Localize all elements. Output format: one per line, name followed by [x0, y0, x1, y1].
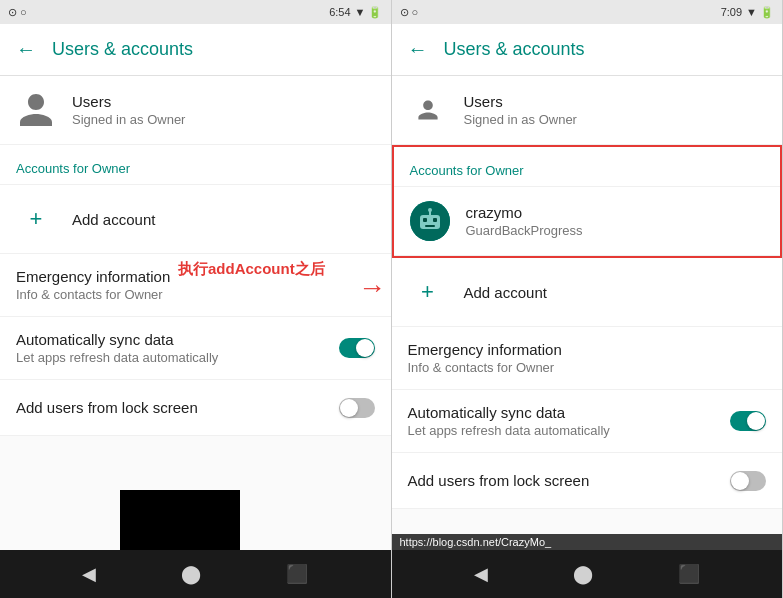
svg-rect-4 [425, 225, 435, 227]
right-account-name: crazymo [466, 204, 583, 221]
left-back-nav[interactable]: ◀ [82, 563, 96, 585]
right-lock-title: Add users from lock screen [408, 472, 590, 489]
left-users-item[interactable]: Users Signed in as Owner [0, 76, 391, 145]
left-sync-toggle[interactable] [339, 338, 375, 358]
left-accounts-header: Accounts for Owner [0, 145, 391, 185]
right-status-left-icons: ⊙ ○ [400, 6, 419, 19]
right-account-app: GuardBackProgress [466, 223, 583, 238]
right-users-subtitle: Signed in as Owner [464, 112, 577, 127]
right-sync-text: Automatically sync data Let apps refresh… [408, 404, 610, 438]
right-toolbar: ← Users & accounts [392, 24, 783, 76]
left-users-title: Users [72, 93, 185, 110]
right-auto-sync-item[interactable]: Automatically sync data Let apps refresh… [392, 390, 783, 453]
left-lock-toggle[interactable] [339, 398, 375, 418]
right-status-right-icons: ▼ 🔋 [746, 6, 774, 19]
right-account-item[interactable]: crazymo GuardBackProgress [394, 187, 781, 256]
right-status-bar: ⊙ ○ 7:09 ▼ 🔋 [392, 0, 783, 24]
right-users-title: Users [464, 93, 577, 110]
right-home-nav[interactable]: ⬤ [573, 563, 593, 585]
left-auto-sync-item[interactable]: Automatically sync data Let apps refresh… [0, 317, 391, 380]
right-add-account-item[interactable]: + Add account [392, 258, 783, 327]
right-accounts-header: Accounts for Owner [394, 147, 781, 187]
left-lock-title: Add users from lock screen [16, 399, 198, 416]
right-phone: ⊙ ○ 7:09 ▼ 🔋 ← Users & accounts Users Si… [392, 0, 784, 598]
right-status-time: 7:09 [721, 6, 742, 18]
right-status-right: 7:09 ▼ 🔋 [721, 6, 774, 19]
left-emergency-text: Emergency information Info & contacts fo… [16, 268, 170, 302]
right-plus-icon: + [408, 272, 448, 312]
right-emergency-item[interactable]: Emergency information Info & contacts fo… [392, 327, 783, 390]
right-lock-screen-item[interactable]: Add users from lock screen [392, 453, 783, 509]
right-sync-title: Automatically sync data [408, 404, 610, 421]
left-person-icon [16, 90, 56, 130]
svg-point-6 [428, 208, 432, 212]
left-users-text: Users Signed in as Owner [72, 93, 185, 127]
left-toolbar: ← Users & accounts [0, 24, 391, 76]
left-lock-toggle-container[interactable] [339, 398, 375, 418]
left-sync-subtitle: Let apps refresh data automatically [16, 350, 218, 365]
right-back-button[interactable]: ← [408, 38, 428, 61]
right-watermark: https://blog.csdn.net/CrazyMo_ [392, 534, 783, 550]
left-status-right-icons: ▼ 🔋 [355, 6, 383, 19]
left-black-block [120, 490, 240, 550]
right-lock-text: Add users from lock screen [408, 472, 590, 489]
right-toolbar-title: Users & accounts [444, 39, 585, 60]
right-add-account-label: Add account [464, 284, 547, 301]
left-toolbar-title: Users & accounts [52, 39, 193, 60]
right-person-icon [408, 90, 448, 130]
right-account-text: crazymo GuardBackProgress [466, 204, 583, 238]
right-emergency-text: Emergency information Info & contacts fo… [408, 341, 562, 375]
left-emergency-title: Emergency information [16, 268, 170, 285]
left-sync-title: Automatically sync data [16, 331, 218, 348]
left-status-time: 6:54 [329, 6, 350, 18]
left-users-subtitle: Signed in as Owner [72, 112, 185, 127]
left-status-icons: ⊙ ○ [8, 6, 27, 19]
right-users-item[interactable]: Users Signed in as Owner [392, 76, 783, 145]
left-sync-toggle-knob [356, 339, 374, 357]
right-sync-toggle-knob [747, 412, 765, 430]
right-account-avatar-img [410, 201, 450, 241]
right-content: Users Signed in as Owner Accounts for Ow… [392, 76, 783, 550]
left-lock-screen-item[interactable]: Add users from lock screen [0, 380, 391, 436]
left-lock-text: Add users from lock screen [16, 399, 198, 416]
left-status-left-icons: ⊙ ○ [8, 6, 27, 19]
svg-rect-2 [423, 218, 427, 222]
left-home-nav[interactable]: ⬤ [181, 563, 201, 585]
left-sync-toggle-container[interactable] [339, 338, 375, 358]
left-sync-text: Automatically sync data Let apps refresh… [16, 331, 218, 365]
left-phone: ⊙ ○ 6:54 ▼ 🔋 ← Users & accounts Users Si… [0, 0, 392, 598]
left-plus-icon: + [16, 199, 56, 239]
left-add-account-label: Add account [72, 211, 155, 228]
right-recents-nav[interactable]: ⬛ [678, 563, 700, 585]
left-back-button[interactable]: ← [16, 38, 36, 61]
left-content: Users Signed in as Owner Accounts for Ow… [0, 76, 391, 550]
left-add-account-item[interactable]: + Add account [0, 185, 391, 254]
left-nav-bar: ◀ ⬤ ⬛ [0, 550, 391, 598]
right-account-avatar [410, 201, 450, 241]
right-lock-toggle-container[interactable] [730, 471, 766, 491]
right-highlight-box: Accounts for Owner [392, 145, 783, 258]
right-emergency-title: Emergency information [408, 341, 562, 358]
left-lock-toggle-knob [340, 399, 358, 417]
right-status-icons: ⊙ ○ [400, 6, 419, 19]
left-status-right: 6:54 ▼ 🔋 [329, 6, 382, 19]
right-sync-toggle-container[interactable] [730, 411, 766, 431]
right-sync-subtitle: Let apps refresh data automatically [408, 423, 610, 438]
left-emergency-subtitle: Info & contacts for Owner [16, 287, 170, 302]
right-emergency-subtitle: Info & contacts for Owner [408, 360, 562, 375]
left-recents-nav[interactable]: ⬛ [286, 563, 308, 585]
right-users-text: Users Signed in as Owner [464, 93, 577, 127]
right-sync-toggle[interactable] [730, 411, 766, 431]
right-watermark-text: https://blog.csdn.net/CrazyMo_ [400, 536, 552, 548]
right-back-nav[interactable]: ◀ [474, 563, 488, 585]
right-nav-bar: ◀ ⬤ ⬛ [392, 550, 783, 598]
svg-rect-3 [433, 218, 437, 222]
right-lock-toggle-knob [731, 472, 749, 490]
left-status-bar: ⊙ ○ 6:54 ▼ 🔋 [0, 0, 391, 24]
right-lock-toggle[interactable] [730, 471, 766, 491]
left-emergency-item[interactable]: Emergency information Info & contacts fo… [0, 254, 391, 317]
